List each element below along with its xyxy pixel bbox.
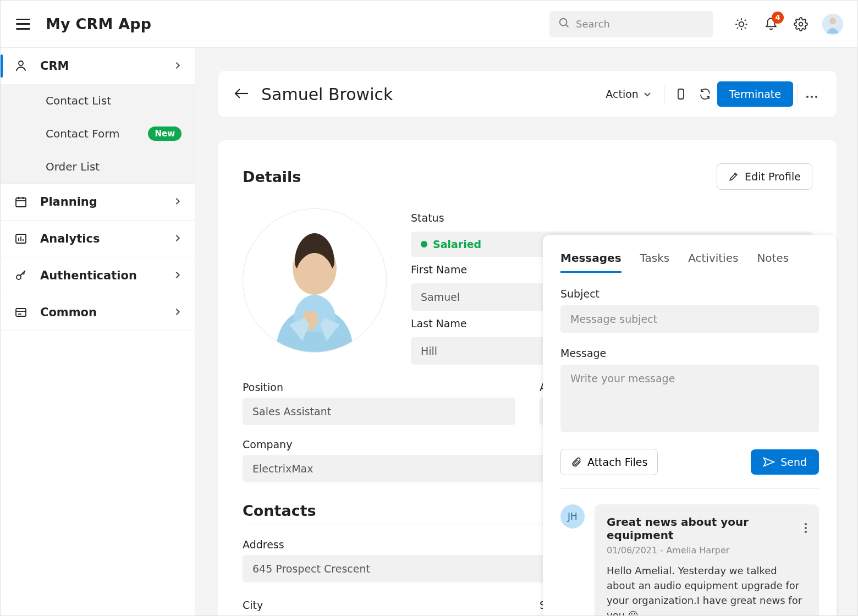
svg-line-7 [737, 19, 738, 20]
new-badge: New [148, 127, 182, 141]
message-subject: Great news about your equipment [607, 515, 800, 542]
message-textarea[interactable] [560, 365, 819, 431]
position-value: Sales Assistant [243, 398, 515, 425]
sub-label: Order List [46, 160, 182, 173]
svg-point-13 [829, 18, 836, 24]
status-dot-icon [421, 241, 427, 248]
svg-rect-24 [16, 309, 26, 316]
chevron-right-icon [174, 308, 182, 317]
chevron-right-icon [174, 271, 182, 280]
sub-label: Contact Form [46, 127, 148, 140]
send-label: Send [780, 456, 807, 468]
search-box[interactable] [549, 11, 713, 37]
svg-point-31 [815, 96, 817, 98]
refresh-button[interactable] [693, 82, 717, 106]
chart-icon [14, 232, 28, 246]
message-meta: 01/06/2021 - Amelia Harper [607, 545, 807, 556]
tab-tasks[interactable]: Tasks [640, 251, 670, 273]
sub-item-order-list[interactable]: Order List [1, 150, 195, 183]
svg-marker-34 [764, 458, 774, 466]
subject-input[interactable] [560, 305, 819, 333]
panel-tabs: Messages Tasks Activities Notes [560, 251, 819, 273]
tab-messages[interactable]: Messages [560, 251, 622, 273]
search-input[interactable] [576, 18, 705, 30]
nav-label: Common [40, 306, 174, 319]
calendar-icon [14, 195, 28, 209]
svg-point-11 [799, 22, 803, 26]
chevron-right-icon [174, 234, 182, 244]
person-icon [14, 59, 28, 73]
message-avatar: JH [560, 504, 585, 529]
svg-point-2 [739, 21, 744, 26]
action-dropdown[interactable]: Action [598, 88, 659, 100]
terminate-button[interactable]: Terminate [717, 81, 793, 107]
svg-point-14 [19, 61, 23, 65]
position-label: Position [243, 381, 515, 393]
nav-label: Planning [40, 195, 174, 208]
svg-point-37 [805, 531, 807, 533]
sidebar: CRM Contact List Contact Form New Order … [1, 48, 195, 615]
svg-line-1 [566, 25, 569, 28]
send-button[interactable]: Send [751, 449, 819, 475]
nav-label: CRM [40, 59, 174, 73]
nav-item-common[interactable]: Common [1, 294, 195, 331]
svg-point-30 [811, 96, 813, 98]
details-title: Details [243, 168, 301, 185]
svg-line-8 [745, 27, 746, 28]
attach-label: Attach Files [587, 456, 647, 468]
tab-notes[interactable]: Notes [757, 251, 789, 273]
svg-rect-15 [16, 198, 26, 207]
city-label: City [243, 599, 515, 611]
message-field[interactable] [560, 365, 819, 432]
pencil-icon [728, 171, 739, 182]
subject-label: Subject [560, 288, 819, 300]
page-header: Samuel Browick Action Terminate [218, 71, 837, 117]
chevron-right-icon [174, 62, 182, 71]
svg-point-35 [805, 523, 807, 525]
nav-item-planning[interactable]: Planning [1, 184, 195, 220]
svg-point-23 [16, 275, 21, 279]
nav-label: Authentication [40, 269, 174, 282]
page-title: Samuel Browick [261, 85, 598, 104]
attach-files-button[interactable]: Attach Files [560, 449, 658, 475]
svg-point-0 [560, 19, 567, 26]
user-avatar[interactable] [822, 14, 843, 35]
message-item: JH Great news about your equipment 01/06… [560, 504, 819, 615]
chevron-down-icon [643, 90, 652, 98]
edit-label: Edit Profile [745, 170, 801, 183]
back-button[interactable] [234, 88, 249, 101]
nav-item-crm[interactable]: CRM [1, 48, 195, 84]
svg-point-29 [806, 96, 809, 98]
message-text: Hello Amelial. Yesterday we talked about… [607, 563, 807, 615]
notifications-button[interactable]: 4 [763, 16, 779, 32]
contact-avatar [243, 208, 387, 353]
menu-toggle[interactable] [16, 19, 30, 30]
sub-item-contact-form[interactable]: Contact Form New [1, 117, 195, 150]
edit-profile-button[interactable]: Edit Profile [717, 163, 812, 190]
theme-toggle[interactable] [733, 16, 750, 32]
chevron-right-icon [174, 197, 182, 207]
messages-panel: Messages Tasks Activities Notes Subject … [543, 235, 837, 615]
nav-item-authentication[interactable]: Authentication [1, 257, 195, 294]
action-label: Action [606, 88, 639, 100]
tab-activities[interactable]: Activities [688, 251, 738, 273]
svg-point-36 [805, 527, 807, 529]
status-value: Salaried [433, 238, 481, 250]
notification-badge: 4 [772, 12, 784, 24]
copy-button[interactable] [669, 82, 693, 106]
sub-label: Contact List [46, 94, 182, 107]
paperclip-icon [571, 457, 582, 468]
search-icon [558, 17, 570, 31]
status-label: Status [411, 212, 812, 224]
nav-item-analytics[interactable]: Analytics [1, 221, 195, 257]
message-label: Message [560, 347, 819, 359]
more-menu[interactable] [802, 87, 821, 101]
key-icon [14, 268, 28, 283]
svg-line-9 [737, 27, 738, 28]
settings-button[interactable] [793, 16, 809, 32]
message-menu[interactable] [805, 523, 807, 535]
nav-label: Analytics [40, 232, 174, 245]
card-icon [14, 305, 28, 320]
subject-field[interactable] [560, 305, 819, 333]
sub-item-contact-list[interactable]: Contact List [1, 84, 195, 117]
